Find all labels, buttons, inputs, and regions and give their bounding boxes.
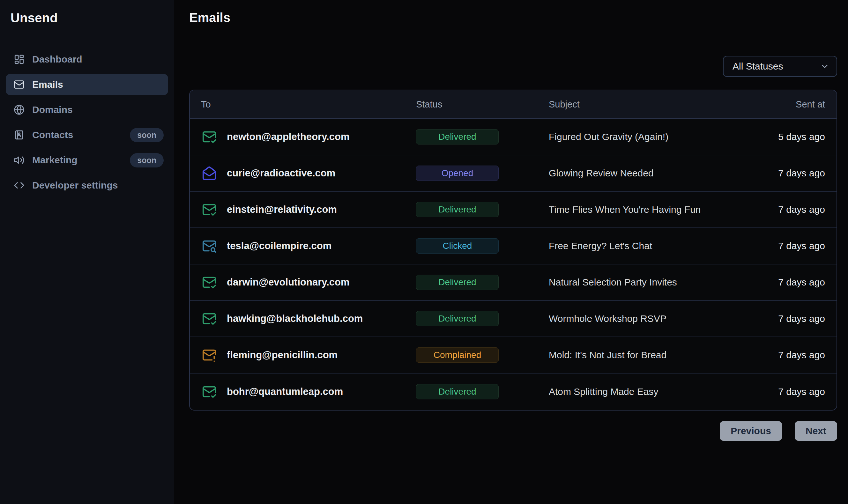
sidebar-item-label: Contacts — [32, 129, 73, 140]
email-to: newton@appletheory.com — [227, 131, 349, 143]
email-subject: Time Flies When You're Having Fun — [549, 204, 701, 215]
table-row[interactable]: darwin@evolutionary.com Delivered Natura… — [190, 265, 836, 301]
mail-open-icon — [202, 166, 217, 181]
status-badge: Delivered — [416, 275, 499, 290]
sidebar-item-label: Domains — [32, 104, 73, 115]
email-subject: Glowing Review Needed — [549, 168, 654, 179]
sidebar-item-contacts[interactable]: Contacts soon — [6, 124, 168, 145]
table-row[interactable]: hawking@blackholehub.com Delivered Wormh… — [190, 301, 836, 337]
email-subject: Wormhole Workshop RSVP — [549, 313, 666, 324]
mail-warning-icon — [202, 348, 217, 362]
mail-check-icon — [202, 311, 217, 326]
status-badge: Complained — [416, 347, 499, 363]
column-header-to: To — [201, 99, 211, 110]
sidebar-item-label: Dashboard — [32, 54, 82, 65]
sidebar-item-label: Emails — [32, 79, 63, 90]
email-sent-at: 5 days ago — [778, 131, 825, 142]
column-header-sent-at: Sent at — [796, 99, 825, 110]
status-badge: Delivered — [416, 311, 499, 326]
main-content: Emails All Statuses To Status Subject Se… — [174, 0, 848, 504]
sidebar-item-label: Developer settings — [32, 180, 118, 191]
chevron-down-icon — [820, 61, 830, 71]
speaker-icon — [14, 155, 24, 165]
sidebar-item-emails[interactable]: Emails — [6, 74, 168, 95]
contacts-icon — [14, 129, 24, 140]
column-header-status: Status — [416, 99, 442, 110]
sidebar-item-dashboard[interactable]: Dashboard — [6, 49, 168, 70]
table-row[interactable]: curie@radioactive.com Opened Glowing Rev… — [190, 155, 836, 192]
mail-check-icon — [202, 129, 217, 144]
sidebar-nav: Dashboard Emails Domains Contacts soon M… — [6, 49, 168, 196]
app-logo: Unsend — [11, 11, 168, 25]
status-badge: Clicked — [416, 238, 499, 254]
email-to: hawking@blackholehub.com — [227, 313, 363, 324]
email-to: tesla@coilempire.com — [227, 240, 331, 252]
pagination: Previous Next — [720, 421, 837, 441]
status-filter-dropdown[interactable]: All Statuses — [723, 56, 837, 77]
mail-check-icon — [202, 384, 217, 399]
soon-badge: soon — [130, 128, 164, 142]
status-badge: Delivered — [416, 129, 499, 144]
table-row[interactable]: bohr@quantumleap.com Delivered Atom Spli… — [190, 374, 836, 410]
mail-check-icon — [202, 275, 217, 290]
sidebar: Unsend Dashboard Emails Domains Contacts… — [0, 0, 174, 504]
next-button[interactable]: Next — [795, 421, 837, 441]
status-badge: Opened — [416, 165, 499, 181]
email-subject: Atom Splitting Made Easy — [549, 386, 658, 397]
table-row[interactable]: newton@appletheory.com Delivered Figured… — [190, 119, 836, 155]
status-badge: Delivered — [416, 202, 499, 217]
previous-button[interactable]: Previous — [720, 421, 782, 441]
email-sent-at: 7 days ago — [778, 386, 825, 397]
email-subject: Free Energy? Let's Chat — [549, 240, 652, 251]
globe-icon — [14, 104, 24, 115]
page-title: Emails — [189, 11, 230, 25]
email-sent-at: 7 days ago — [778, 240, 825, 251]
status-filter-value: All Statuses — [733, 61, 783, 72]
email-subject: Natural Selection Party Invites — [549, 277, 677, 288]
email-to: darwin@evolutionary.com — [227, 276, 350, 288]
mail-search-icon — [202, 239, 217, 253]
table-row[interactable]: einstein@relativity.com Delivered Time F… — [190, 192, 836, 228]
email-to: fleming@penicillin.com — [227, 349, 338, 361]
email-to: curie@radioactive.com — [227, 167, 335, 179]
column-header-subject: Subject — [549, 99, 580, 110]
emails-table: To Status Subject Sent at newton@appleth… — [189, 90, 837, 411]
dashboard-icon — [14, 54, 24, 65]
email-sent-at: 7 days ago — [778, 277, 825, 288]
sidebar-item-developer-settings[interactable]: Developer settings — [6, 175, 168, 196]
email-to: bohr@quantumleap.com — [227, 386, 343, 397]
mail-check-icon — [202, 202, 217, 217]
sidebar-item-domains[interactable]: Domains — [6, 99, 168, 120]
email-sent-at: 7 days ago — [778, 168, 825, 179]
email-to: einstein@relativity.com — [227, 204, 337, 215]
mail-icon — [14, 79, 24, 90]
email-subject: Figured Out Gravity (Again!) — [549, 131, 668, 142]
email-subject: Mold: It's Not Just for Bread — [549, 349, 666, 360]
soon-badge: soon — [130, 153, 164, 167]
table-header: To Status Subject Sent at — [190, 90, 836, 119]
email-sent-at: 7 days ago — [778, 204, 825, 215]
status-badge: Delivered — [416, 384, 499, 399]
email-sent-at: 7 days ago — [778, 349, 825, 360]
sidebar-item-label: Marketing — [32, 155, 77, 165]
email-sent-at: 7 days ago — [778, 313, 825, 324]
sidebar-item-marketing[interactable]: Marketing soon — [6, 150, 168, 170]
table-row[interactable]: fleming@penicillin.com Complained Mold: … — [190, 337, 836, 374]
code-icon — [14, 180, 24, 191]
table-row[interactable]: tesla@coilempire.com Clicked Free Energy… — [190, 228, 836, 265]
